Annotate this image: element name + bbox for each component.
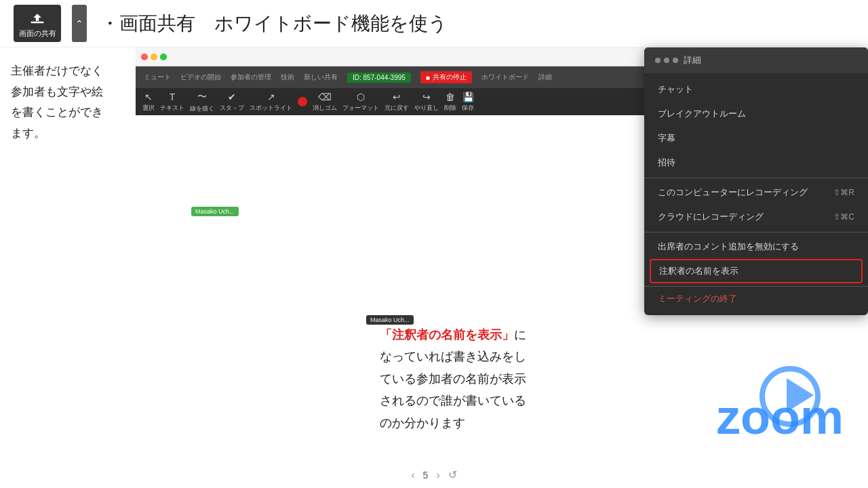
screen-share-icon-box: 画面の共有 bbox=[14, 5, 61, 42]
left-description-text: 主催者だけでなく参加者も文字や絵を書くことができます。 bbox=[11, 61, 125, 144]
tool-redo[interactable]: ↪ やり直し bbox=[414, 92, 439, 113]
tab-whiteboard[interactable]: ホワイトボード bbox=[481, 73, 529, 82]
color-red[interactable] bbox=[298, 97, 307, 106]
three-dots-icon bbox=[655, 58, 678, 63]
menu-item-chat[interactable]: チャット bbox=[644, 77, 868, 102]
prev-page-button[interactable]: ‹ bbox=[411, 469, 414, 481]
menu-label-chat: チャット bbox=[658, 83, 693, 96]
eraser-icon: ⌫ bbox=[318, 92, 332, 102]
red-dot bbox=[141, 54, 148, 60]
menu-label-show-names: 注釈者の名前を表示 bbox=[659, 265, 738, 277]
tool-select[interactable]: ↖ 選択 bbox=[142, 92, 155, 113]
annotator-label-dark: Masako Uch... bbox=[366, 315, 414, 325]
tool-stamp[interactable]: ✔ スタ－プ bbox=[220, 92, 244, 113]
yellow-dot bbox=[151, 54, 157, 60]
menu-label-record-local: このコンピューターにレコーディング bbox=[658, 186, 808, 199]
menu-item-breakout[interactable]: ブレイクアウトルーム bbox=[644, 102, 868, 126]
tool-eraser[interactable]: ⌫ 消しゴム bbox=[313, 92, 337, 113]
header-chevron[interactable]: ⌃ bbox=[72, 5, 87, 42]
header: 画面の共有 ⌃ ・画面共有 ホワイトボード機能を使う bbox=[0, 0, 868, 47]
next-page-button[interactable]: › bbox=[436, 469, 439, 481]
description-continuation: になっていれば書き込みをしている参加者の名前が表示されるので誰が書いているのか分… bbox=[380, 328, 526, 430]
refresh-button[interactable]: ↺ bbox=[448, 468, 457, 481]
tool-spotlight[interactable]: ↗ スポットライト bbox=[250, 92, 292, 113]
menu-item-end-meeting[interactable]: ミーティングの終了 bbox=[644, 286, 868, 311]
menu-label-breakout: ブレイクアウトルーム bbox=[658, 108, 746, 120]
spotlight-icon: ↗ bbox=[267, 92, 275, 102]
menu-item-disable-annotation[interactable]: 出席者のコメント追加を無効にする bbox=[644, 232, 868, 259]
page-number: 5 bbox=[423, 470, 429, 481]
tool-format[interactable]: ⬡ フォーマット bbox=[342, 92, 379, 113]
tab-new-share[interactable]: 新しい共有 bbox=[304, 73, 338, 82]
left-panel: 主催者だけでなく参加者も文字や絵を書くことができます。 bbox=[0, 47, 136, 488]
share-id: ID: 857-044-3995 bbox=[347, 73, 411, 83]
menu-label-record-cloud: クラウドにレコーディング bbox=[658, 211, 764, 223]
shortcut-record-cloud: ⇧⌘C bbox=[833, 212, 854, 222]
annotator-label-green: Masako Uch... bbox=[191, 207, 239, 216]
dot2 bbox=[664, 58, 669, 63]
menu-label-disable-annotation: 出席者のコメント追加を無効にする bbox=[658, 241, 799, 253]
format-icon: ⬡ bbox=[357, 92, 365, 102]
tab-participants[interactable]: 参加者の管理 bbox=[231, 73, 271, 82]
zoom-logo-text: zoom bbox=[716, 389, 844, 445]
dot3 bbox=[673, 58, 678, 63]
menu-item-record-local[interactable]: このコンピューターにレコーディング ⇧⌘R bbox=[644, 178, 868, 205]
menu-item-record-cloud[interactable]: クラウドにレコーディング ⇧⌘C bbox=[644, 205, 868, 229]
dropdown-items-list: チャット ブレイクアウトルーム 字幕 招待 このコンピューターにレコーディング … bbox=[644, 73, 868, 315]
tab-video[interactable]: ビデオの開始 bbox=[180, 73, 221, 82]
dropdown-header: 詳細 bbox=[644, 47, 868, 73]
tool-delete[interactable]: 🗑 削除 bbox=[444, 92, 456, 113]
page-title: ・画面共有 ホワイトボード機能を使う bbox=[100, 11, 448, 37]
menu-item-show-names[interactable]: 注釈者の名前を表示 bbox=[650, 259, 863, 283]
menu-item-invite[interactable]: 招待 bbox=[644, 150, 868, 175]
tool-save[interactable]: 💾 保存 bbox=[462, 92, 474, 113]
save-icon: 💾 bbox=[462, 92, 474, 102]
undo-icon: ↩ bbox=[393, 92, 401, 102]
menu-item-captions[interactable]: 字幕 bbox=[644, 126, 868, 150]
menu-label-end-meeting: ミーティングの終了 bbox=[658, 293, 737, 305]
icon-label: 画面の共有 bbox=[19, 28, 56, 39]
nav-footer: ‹ 5 › ↺ bbox=[411, 468, 456, 481]
tool-draw[interactable]: 〜 線を描く bbox=[190, 91, 214, 113]
delete-icon: 🗑 bbox=[446, 92, 455, 102]
tool-undo[interactable]: ↩ 元に戻す bbox=[384, 92, 409, 113]
tool-text[interactable]: T テキスト bbox=[160, 92, 184, 113]
shortcut-record-local: ⇧⌘R bbox=[833, 188, 854, 197]
tab-details[interactable]: 詳細 bbox=[538, 73, 552, 82]
details-dropdown: 詳細 チャット ブレイクアウトルーム 字幕 招待 このコンピューターにレコーディ… bbox=[644, 47, 868, 315]
draw-icon: 〜 bbox=[197, 91, 207, 103]
stop-icon: ■ bbox=[426, 74, 430, 81]
text-icon: T bbox=[170, 92, 176, 102]
tab-reactions[interactable]: 技術 bbox=[281, 73, 294, 82]
redo-icon: ↪ bbox=[422, 92, 431, 102]
red-emphasis-text: 「注釈者の名前を表示」 bbox=[380, 328, 514, 342]
zoom-logo: zoom bbox=[705, 366, 854, 468]
menu-label-captions: 字幕 bbox=[658, 132, 675, 144]
tab-mute[interactable]: ミュート bbox=[144, 73, 171, 82]
green-dot bbox=[160, 54, 167, 60]
stop-share-button[interactable]: ■ 共有の停止 bbox=[420, 71, 472, 83]
dropdown-title: 詳細 bbox=[684, 54, 701, 66]
upload-icon bbox=[28, 8, 47, 27]
dot1 bbox=[655, 58, 660, 63]
bottom-right-description: 「注釈者の名前を表示」になっていれば書き込みをしている参加者の名前が表示されるの… bbox=[380, 324, 637, 434]
cursor-icon: ↖ bbox=[144, 92, 153, 102]
menu-label-invite: 招待 bbox=[658, 157, 675, 169]
stop-label: 共有の停止 bbox=[433, 73, 467, 82]
stamp-icon: ✔ bbox=[228, 92, 236, 102]
